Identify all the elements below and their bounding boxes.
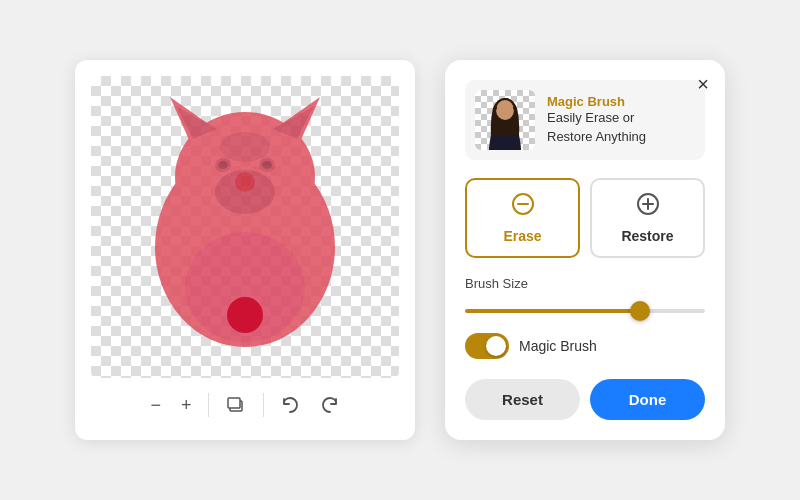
magic-brush-toggle-label: Magic Brush xyxy=(519,338,597,354)
reset-button[interactable]: Reset xyxy=(465,379,580,420)
redo-button[interactable] xyxy=(316,391,344,419)
wolf-illustration xyxy=(91,76,399,378)
svg-rect-16 xyxy=(228,398,240,408)
mode-button-group: Erase Restore xyxy=(465,178,705,258)
toolbar-divider-1 xyxy=(208,393,209,417)
zoom-in-button[interactable]: + xyxy=(177,391,196,420)
brush-size-label: Brush Size xyxy=(465,276,705,291)
tool-name-label: Magic Brush xyxy=(547,94,646,109)
magic-brush-toggle[interactable] xyxy=(465,333,509,359)
zoom-out-button[interactable]: − xyxy=(146,391,165,420)
done-button[interactable]: Done xyxy=(590,379,705,420)
svg-point-7 xyxy=(235,172,255,192)
erase-icon xyxy=(511,192,535,222)
action-buttons: Reset Done xyxy=(465,379,705,420)
preview-text-block: Magic Brush Easily Erase or Restore Anyt… xyxy=(547,94,646,145)
svg-point-18 xyxy=(496,100,514,120)
canvas-image xyxy=(91,76,399,378)
restore-icon xyxy=(636,192,660,222)
restore-label: Restore xyxy=(621,228,673,244)
canvas-toolbar: − + xyxy=(146,390,343,420)
undo-button[interactable] xyxy=(276,391,304,419)
svg-point-10 xyxy=(218,161,228,169)
canvas-area: − + xyxy=(75,60,415,440)
magic-brush-panel: × Magic Brush Easily Erase or Restore xyxy=(445,60,725,440)
magic-brush-toggle-row: Magic Brush xyxy=(465,333,705,359)
svg-point-12 xyxy=(220,132,270,162)
erase-label: Erase xyxy=(503,228,541,244)
brush-size-slider[interactable] xyxy=(465,309,705,313)
toolbar-divider-2 xyxy=(263,393,264,417)
layers-button[interactable] xyxy=(221,390,251,420)
erase-mode-button[interactable]: Erase xyxy=(465,178,580,258)
restore-mode-button[interactable]: Restore xyxy=(590,178,705,258)
brush-size-control xyxy=(465,299,705,317)
tool-description: Easily Erase or Restore Anything xyxy=(547,109,646,145)
preview-thumbnail xyxy=(475,90,535,150)
preview-banner: Magic Brush Easily Erase or Restore Anyt… xyxy=(465,80,705,160)
svg-point-11 xyxy=(262,161,272,169)
close-button[interactable]: × xyxy=(697,74,709,94)
svg-point-14 xyxy=(227,297,263,333)
